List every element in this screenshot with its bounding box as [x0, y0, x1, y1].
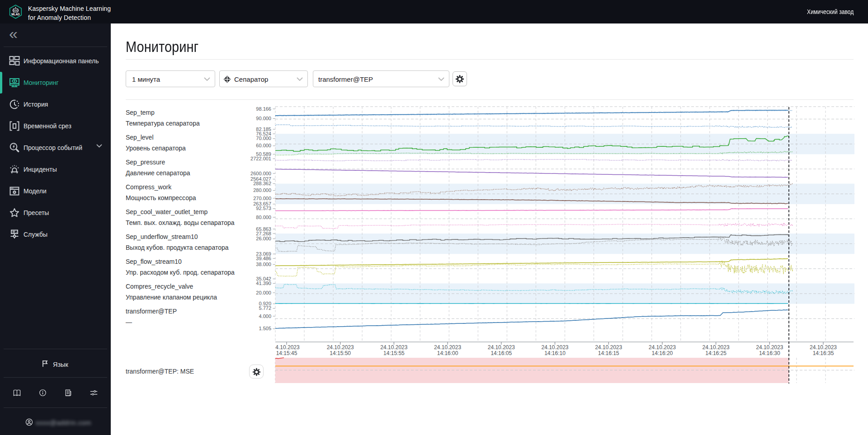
svg-text:MLAD: MLAD: [11, 13, 20, 16]
